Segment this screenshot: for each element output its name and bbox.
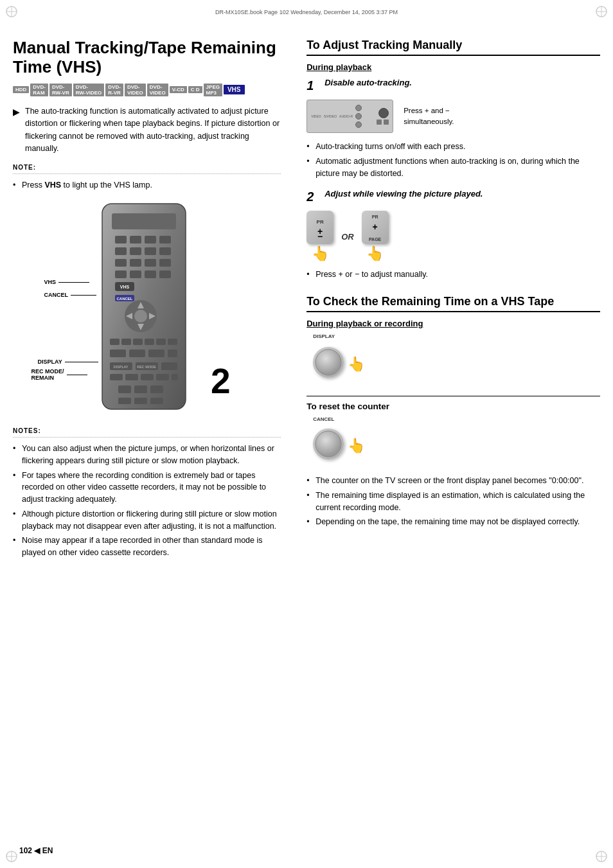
badge-hdd: HDD (13, 86, 29, 93)
panel-small-btns (377, 120, 389, 125)
display-btn-label-text: DISPLAY (313, 333, 335, 339)
device-note: Press + and − simultaneously. (404, 105, 454, 127)
svg-rect-18 (115, 247, 127, 255)
remain-label: REMAIN (31, 375, 64, 381)
svg-rect-60 (118, 385, 131, 393)
step2-label: Adjust while viewing the picture played. (324, 188, 483, 200)
pr-plus-btn[interactable]: PR + − (306, 211, 333, 244)
panel-btn-1 (378, 108, 389, 118)
badge-dvd-video: DVD-VIDEO (125, 84, 146, 96)
step1-label: Disable auto-tracking. (324, 77, 412, 89)
corner-mark-tl (5, 5, 18, 18)
reset-title: To reset the counter (306, 402, 600, 411)
notes-item-4: Noise may appear if a tape recorded in o… (13, 535, 281, 559)
recmode-label-line (67, 375, 87, 375)
note-section: NOTE: Press VHS to light up the VHS lamp… (13, 164, 281, 191)
left-column: Manual Tracking/Tape Remaining Time (VHS… (13, 39, 294, 568)
file-info: DR-MX10SE.book Page 102 Wednesday, Decem… (215, 9, 398, 15)
section2-subsection: During playback or recording (306, 319, 600, 328)
badge-vhs: VHS (224, 85, 245, 94)
svg-rect-59 (172, 374, 178, 380)
svg-rect-25 (159, 259, 171, 267)
page-btn[interactable]: PR + PAGE (362, 211, 389, 244)
svg-rect-16 (145, 236, 156, 244)
corner-mark-tr (595, 5, 608, 18)
cancel-btn-svg (314, 430, 342, 458)
notes-bottom-section: NOTES: You can also adjust when the pict… (13, 427, 281, 559)
cancel-btn[interactable] (313, 429, 344, 459)
plus-icon-right: + (373, 222, 378, 232)
arrow-icon: ▶ (13, 107, 20, 155)
or-text: OR (341, 232, 354, 242)
svg-rect-29 (159, 270, 171, 278)
svg-rect-43 (145, 339, 154, 345)
svg-rect-14 (115, 236, 127, 244)
cancel-label-line (71, 295, 96, 296)
port-2 (355, 113, 362, 120)
reset-bullet-1: The counter on the TV screen or the fron… (306, 475, 600, 487)
step2-number: 2 (306, 190, 319, 204)
svg-rect-26 (115, 270, 127, 278)
badge-dvd-video2: DVD-VIDEO (147, 84, 168, 96)
content-wrapper: Manual Tracking/Tape Remaining Time (VHS… (13, 39, 600, 568)
reset-counter-section: To reset the counter CANCEL (306, 396, 600, 528)
svg-rect-57 (141, 374, 154, 380)
svg-rect-46 (110, 350, 126, 357)
step1-bullet-2: Automatic adjustment functions when auto… (306, 155, 600, 180)
svg-rect-63 (118, 398, 131, 404)
section-adjust-tracking: To Adjust Tracking Manually During playb… (306, 39, 600, 281)
step2-buttons-row: PR + − 👆 OR PR + PAGE (306, 211, 600, 262)
page-number: 102 (19, 846, 32, 855)
display-btn-area: DISPLAY (313, 333, 600, 387)
svg-text:CANCEL: CANCEL (116, 297, 132, 301)
vhs-label-row: VHS (44, 279, 90, 285)
svg-rect-15 (130, 236, 141, 244)
panel-small-btn-1 (377, 120, 382, 125)
svg-rect-65 (150, 398, 163, 404)
page-footer: 102 ◀ EN (19, 846, 53, 855)
page-title: Manual Tracking/Tape Remaining Time (VHS… (13, 39, 281, 77)
svg-rect-42 (133, 339, 143, 345)
badge-jpeg-mp3: JPEGMP3 (204, 84, 222, 96)
display-label: DISPLAY (38, 359, 62, 365)
display-btn-svg (314, 348, 342, 376)
step1-number: 1 (306, 78, 319, 93)
section1-subsection: During playback (306, 62, 600, 72)
pr-label-right: PR (372, 215, 378, 219)
note-dotted-line (13, 173, 281, 174)
display-label-row: DISPLAY (38, 359, 98, 365)
page-container: DR-MX10SE.book Page 102 Wednesday, Decem… (0, 0, 613, 868)
svg-point-67 (315, 431, 341, 457)
display-label-line (65, 362, 98, 362)
pr-button-group: PR + − 👆 (306, 211, 333, 262)
svg-rect-54 (161, 362, 177, 370)
display-btn[interactable] (313, 347, 344, 378)
front-panel: VIDEO S/VIDEO AUDIO-R (306, 100, 393, 133)
recmode-label-group: REC MODE/ REMAIN (31, 368, 64, 381)
badge-cd: C D (188, 86, 202, 93)
panel-text-labels: VIDEO S/VIDEO AUDIO-R (311, 114, 353, 119)
intro-text-row: ▶ The auto-tracking function is automati… (13, 105, 281, 155)
page-button-group: PR + PAGE 👆 (362, 211, 389, 262)
badge-vcd: V-CD (170, 86, 187, 93)
step2-row: 2 Adjust while viewing the picture playe… (306, 188, 600, 204)
svg-rect-55 (110, 374, 123, 380)
notes-item-1: You can also adjust when the picture jum… (13, 443, 281, 467)
remote-svg: VHS CANCEL (83, 200, 211, 412)
note-bullet-item: Press VHS to light up the VHS lamp. (13, 179, 281, 191)
step1-bullet-1: Auto-tracking turns on/off with each pre… (306, 141, 600, 153)
cancel-btn-row: 👆 (313, 425, 365, 467)
notes-dotted-line (13, 437, 281, 438)
svg-rect-44 (156, 339, 166, 345)
vhs-label-line (58, 282, 89, 283)
svg-point-37 (134, 310, 147, 323)
port-1 (355, 105, 362, 111)
corner-mark-br (595, 850, 608, 863)
badge-dvd-rw-video: DVD-RW-VIDEO (73, 84, 105, 96)
section1-title: To Adjust Tracking Manually (306, 39, 600, 56)
svg-rect-19 (130, 247, 141, 255)
front-panel-inner: VIDEO S/VIDEO AUDIO-R (307, 100, 393, 132)
step1-bullets: Auto-tracking turns on/off with each pre… (306, 141, 600, 179)
note-bullet-list: Press VHS to light up the VHS lamp. (13, 179, 281, 191)
svg-rect-58 (156, 374, 169, 380)
